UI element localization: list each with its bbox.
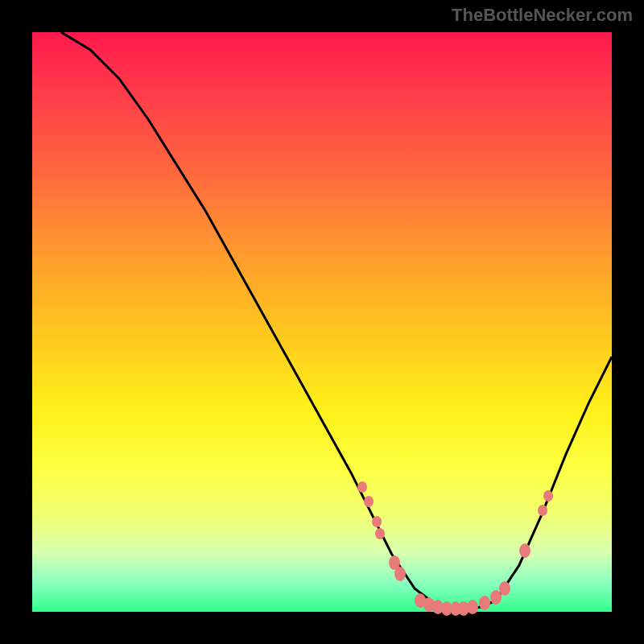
data-marker	[479, 596, 490, 610]
data-marker	[519, 543, 530, 558]
plot-area	[32, 32, 612, 612]
bottleneck-curve	[61, 32, 612, 612]
data-marker	[364, 496, 374, 507]
data-marker	[372, 516, 382, 527]
data-marker	[538, 505, 547, 516]
data-marker	[394, 567, 406, 581]
data-marker	[357, 481, 367, 493]
data-marker	[467, 600, 478, 614]
data-marker	[543, 490, 553, 502]
watermark: TheBottleNecker.com	[452, 5, 633, 26]
curve-svg	[32, 32, 612, 612]
data-marker	[499, 581, 510, 596]
data-marker	[375, 528, 385, 539]
